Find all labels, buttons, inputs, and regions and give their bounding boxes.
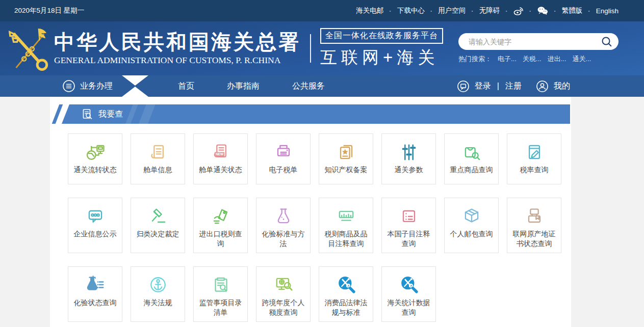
card-tariff-commodity-notes-query[interactable]: 税则商品及品目注释查询 (319, 198, 373, 253)
printer-icon (272, 140, 295, 164)
card-clearance-flow-status[interactable]: 通关流转状态 (68, 133, 122, 184)
nav-item-service-guide[interactable]: 办事指南 (227, 81, 260, 92)
card-domestic-subheading-notes[interactable]: 本国子目注释查询 (381, 198, 436, 253)
bag-search-icon (460, 140, 483, 164)
top-bar: 2020年5月18日 星期一 海关电邮 · 下载中心 · 用户空间 · 无障碍 … (0, 0, 644, 21)
business-menu-label: 业务办理 (80, 81, 113, 92)
card-clearance-parameters[interactable]: 通关参数 (381, 133, 436, 184)
service-card-label: 企业信息公示 (74, 229, 117, 239)
service-card-label: 海关法规 (144, 298, 172, 308)
separator-dot: · (389, 7, 392, 15)
service-card-label: 本国子目注释查询 (387, 229, 431, 249)
service-card-label: 消费品法律法规与标准 (324, 298, 369, 317)
card-personal-parcel-query[interactable]: 个人邮包查询 (444, 198, 499, 253)
card-origin-certificate-status[interactable]: 联网原产地证书状态查询 (507, 198, 561, 253)
service-card-label: 进出口税则查询 (198, 229, 243, 249)
service-card-label: 税则商品及品目注释查询 (324, 229, 369, 249)
register-link[interactable]: 注册 (505, 81, 522, 92)
card-cross-border-annual-quota[interactable]: 跨境年度个人额度查询 (256, 266, 311, 322)
nav-links: 首页 办事指南 公共服务 (178, 81, 325, 92)
top-link-accessibility[interactable]: 无障碍 (479, 6, 500, 15)
site-title-chinese: 中华人民共和国海关总署 (54, 31, 301, 52)
hand-tag-icon (210, 204, 232, 228)
service-card-label: 重点商品查询 (450, 165, 493, 175)
service-card-label: 归类决定裁定 (137, 229, 179, 239)
service-card-label: 舱单通关状态 (199, 165, 242, 175)
top-link-english[interactable]: English (596, 7, 619, 15)
service-card-label: 电子税单 (269, 165, 298, 175)
service-card-label: 个人邮包查询 (450, 229, 493, 239)
header-divider (310, 34, 311, 63)
card-customs-regulations[interactable]: 海关法规 (131, 266, 185, 322)
card-supervision-catalog-list[interactable]: 监管事项目录清单 (193, 266, 248, 322)
service-card-label: 舱单信息 (144, 165, 172, 175)
section-header-bar: 我要查 (62, 104, 570, 124)
service-card-label: 通关参数 (395, 165, 423, 175)
hot-search-item[interactable]: 进出... (548, 54, 566, 64)
stats-search-icon (398, 273, 420, 297)
service-card-label: 跨境年度个人额度查询 (261, 298, 306, 317)
card-ipr-registration[interactable]: 知识产权备案 (319, 133, 373, 184)
ruler-icon (335, 204, 357, 228)
search-box[interactable] (458, 33, 619, 50)
service-card-label: 监管事项目录清单 (198, 298, 243, 317)
hot-search-row: 热门搜索： 电子... 关税... 进出... 通关... (458, 54, 619, 64)
card-lab-status-query[interactable]: 化验状态查询 (68, 266, 122, 322)
section-bar-decoration (52, 104, 63, 124)
search-input[interactable] (468, 37, 601, 46)
card-consumer-law-standards[interactable]: 消费品法律法规与标准 (319, 266, 373, 322)
new-badge: NEW (215, 152, 223, 156)
business-menu-button[interactable]: 业务办理 (62, 79, 113, 93)
top-link-download-center[interactable]: 下载中心 (397, 6, 425, 15)
separator-dot: · (529, 7, 532, 15)
service-grid: 通关流转状态 舱单信息 NEW 舱单通关状态 (68, 133, 561, 322)
top-bar-links: 海关电邮 · 下载中心 · 用户空间 · 无障碍 · · (356, 6, 619, 15)
page-background: 我要查 通关流转状态 (0, 97, 644, 327)
top-link-customs-mail[interactable]: 海关电邮 (356, 6, 383, 15)
service-card-label: 化验标准与方法 (261, 229, 306, 249)
hamburger-menu-icon (62, 79, 75, 93)
search-icon[interactable] (601, 36, 612, 47)
monitor-search-icon (272, 273, 295, 297)
globe-monitor-icon (84, 140, 107, 164)
card-classification-ruling[interactable]: 归类决定裁定 (131, 198, 185, 253)
site-title-block: 中华人民共和国海关总署 GENERAL ADMINISTRATION OF CU… (54, 31, 301, 66)
card-enterprise-info[interactable]: 企业信息公示 (68, 198, 122, 253)
section-title: 我要查 (98, 109, 123, 120)
nav-arrow-marker (122, 75, 148, 97)
list-icon (398, 204, 420, 228)
bar-stripe (137, 104, 157, 124)
booklet-icon (147, 140, 169, 164)
hot-search-item[interactable]: 通关... (573, 54, 591, 64)
certificate-star-icon (335, 140, 357, 164)
login-link[interactable]: 登录 (475, 81, 491, 92)
hot-search-label: 热门搜索： (458, 54, 492, 64)
current-date: 2020年5月18日 星期一 (14, 6, 84, 15)
main-nav: 业务办理 首页 办事指南 公共服务 登录 | 注册 我的 (0, 75, 644, 97)
top-link-user-space[interactable]: 用户空间 (438, 6, 466, 15)
card-import-export-tariff-query[interactable]: 进出口税则查询 (193, 198, 248, 253)
document-search-icon (81, 108, 93, 120)
service-card-label: 知识产权备案 (325, 165, 368, 175)
chat-bubble-icon (457, 80, 470, 93)
flask-icon (272, 204, 295, 228)
card-customs-statistics-query[interactable]: 海关统计数据查询 (381, 266, 436, 322)
nav-item-public-service[interactable]: 公共服务 (292, 81, 325, 92)
anchor-icon (147, 273, 169, 297)
my-account-link[interactable]: 我的 (554, 81, 570, 92)
booklet-new-icon: NEW (210, 140, 232, 164)
wechat-icon[interactable] (537, 6, 548, 15)
card-key-commodity-query[interactable]: 重点商品查询 (444, 133, 499, 184)
separator-dot: · (430, 7, 433, 15)
hot-search-item[interactable]: 关税... (523, 54, 542, 64)
card-electronic-tax-bill[interactable]: 电子税单 (256, 133, 311, 184)
card-tariff-rate-query[interactable]: 税率查询 (507, 133, 561, 184)
card-lab-standards-methods[interactable]: 化验标准与方法 (256, 198, 311, 253)
card-manifest-info[interactable]: 舱单信息 (131, 133, 185, 184)
clipboard-search-icon (210, 273, 232, 297)
card-manifest-clearance-status[interactable]: NEW 舱单通关状态 (193, 133, 248, 184)
weibo-icon[interactable] (513, 7, 524, 15)
top-link-traditional-chinese[interactable]: 繁體版 (562, 6, 583, 15)
nav-item-home[interactable]: 首页 (178, 81, 194, 92)
hot-search-item[interactable]: 电子... (498, 54, 517, 64)
